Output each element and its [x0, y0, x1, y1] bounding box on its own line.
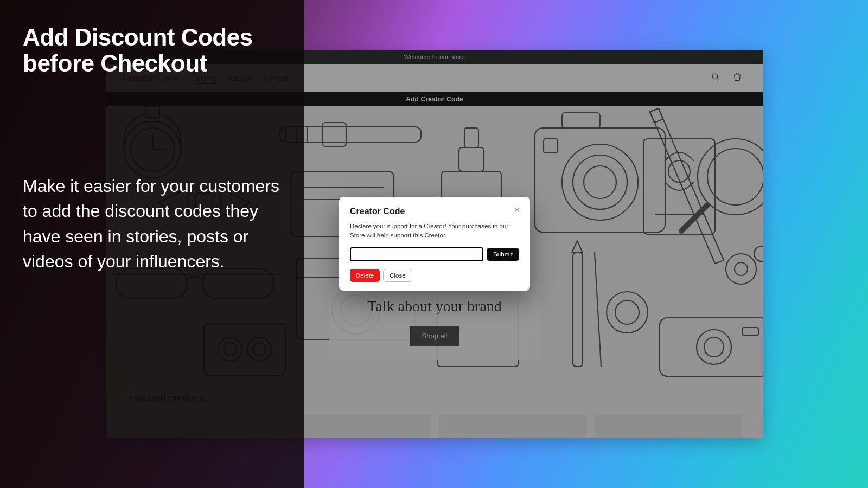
creator-code-input[interactable] — [350, 247, 483, 261]
close-button[interactable]: Close — [383, 269, 412, 282]
modal-title: Creator Code — [350, 207, 519, 216]
delete-button[interactable]: Delete — [350, 269, 380, 282]
creator-code-modal: ✕ Creator Code Declare your support for … — [339, 197, 530, 291]
promo-heading: Add Discount Codes before Checkout — [23, 24, 284, 76]
promo-panel: Add Discount Codes before Checkout Make … — [0, 0, 304, 488]
submit-button[interactable]: Submit — [487, 248, 519, 261]
close-icon[interactable]: ✕ — [512, 204, 522, 215]
promo-body: Make it easier for your customers to add… — [23, 174, 284, 274]
modal-body: Declare your support for a Creator! Your… — [350, 222, 519, 240]
